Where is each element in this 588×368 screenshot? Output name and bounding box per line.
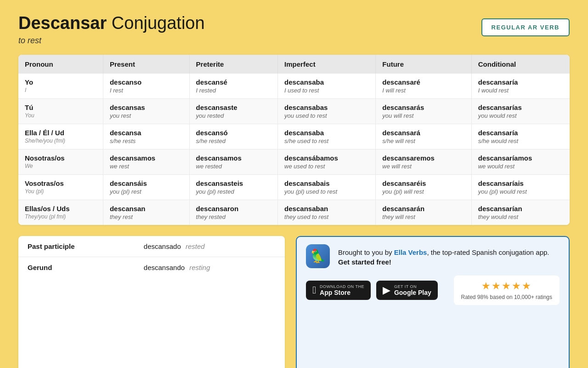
- pronoun-cell: Ellas/os / UdsThey/you (pl fml): [18, 200, 103, 225]
- page-title: Descansar Conjugation: [18, 14, 205, 33]
- conjugation-cell: descansábamoswe used to rest: [278, 149, 376, 174]
- promo-text: Brought to you by Ella Verbs, the top-ra…: [338, 247, 560, 267]
- conjugation-cell: descansaréisyou (pl) will rest: [376, 174, 471, 200]
- col-preterite: Preterite: [189, 55, 278, 74]
- table-row: TúYoudescansasyou restdescansasteyou res…: [18, 98, 570, 124]
- table-row: Ellas/os / UdsThey/you (pl fml)descansan…: [18, 200, 570, 225]
- pronoun-cell: TúYou: [18, 98, 103, 124]
- google-play-button[interactable]: ▶ GET IT ON Google Play: [376, 281, 438, 300]
- conjugation-cell: descansaríaI would rest: [471, 74, 570, 99]
- verb-name: Descansar: [18, 13, 107, 33]
- apple-icon: : [312, 284, 316, 296]
- ella-verbs-logo: 🦜: [306, 244, 332, 270]
- header: Descansar Conjugation to rest REGULAR AR…: [18, 14, 570, 46]
- conjugation-cell: descansarásyou will rest: [376, 98, 471, 124]
- conjugation-cell: descansas/he rests: [103, 124, 189, 149]
- past-participle-label: Past participle: [18, 236, 135, 257]
- col-conditional: Conditional: [471, 55, 570, 74]
- conjugation-cell: descansarías/he would rest: [471, 124, 570, 149]
- conjugation-cell: descansarás/he will rest: [376, 124, 471, 149]
- col-present: Present: [103, 55, 189, 74]
- pronoun-cell: Nosotras/osWe: [18, 149, 103, 174]
- app-store-label-bottom: App Store: [320, 289, 364, 296]
- google-play-text: GET IT ON Google Play: [394, 284, 431, 296]
- table-row: Vosotras/osYou (pl)descansáisyou (pl) re…: [18, 174, 570, 200]
- conjugation-cell: descansanthey rest: [103, 200, 189, 225]
- app-store-text: Download on the App Store: [320, 284, 364, 296]
- conjugation-cell: descansasteyou rested: [189, 98, 278, 124]
- conjugation-cell: descansabasyou used to rest: [278, 98, 376, 124]
- conjugation-cell: descansós/he rested: [189, 124, 278, 149]
- conjugation-cell: descansabanthey used to rest: [278, 200, 376, 225]
- page-title-rest: Conjugation: [107, 13, 204, 33]
- pronoun-cell: YoI: [18, 74, 103, 99]
- conjugation-cell: descansaronthey rested: [189, 200, 278, 225]
- col-imperfect: Imperfect: [278, 55, 376, 74]
- star-rating: ★★★★★: [481, 280, 532, 292]
- past-participle-row: Past participle descansado rested: [18, 236, 285, 257]
- rating-box: ★★★★★ Rated 98% based on 10,000+ ratings: [454, 276, 560, 305]
- conjugation-cell: descansabaI used to rest: [278, 74, 376, 99]
- rating-text: Rated 98% based on 10,000+ ratings: [461, 294, 552, 300]
- table-row: Nosotras/osWedescansamoswe restdescansam…: [18, 149, 570, 174]
- ella-verbs-brand-link[interactable]: Ella Verbs: [394, 248, 427, 256]
- conjugation-cell: descansasyou rest: [103, 98, 189, 124]
- app-store-button[interactable]:  Download on the App Store: [306, 281, 371, 300]
- conjugation-cell: descansaríasyou would rest: [471, 98, 570, 124]
- pronoun-cell: Ella / Él / UdShe/he/you (fml): [18, 124, 103, 149]
- promo-buttons:  Download on the App Store ▶ GET IT ON …: [306, 276, 560, 305]
- conjugation-table: Pronoun Present Preterite Imperfect Futu…: [18, 55, 570, 225]
- table-header-row: Pronoun Present Preterite Imperfect Futu…: [18, 55, 570, 74]
- verb-translation: to rest: [18, 36, 205, 46]
- pronoun-cell: Vosotras/osYou (pl): [18, 174, 103, 200]
- conjugation-cell: descansaríanthey would rest: [471, 200, 570, 225]
- gerund-label: Gerund: [18, 257, 135, 278]
- google-play-icon: ▶: [383, 284, 390, 296]
- page-container: Descansar Conjugation to rest REGULAR AR…: [18, 14, 570, 368]
- app-store-label-top: Download on the: [320, 284, 364, 289]
- col-pronoun: Pronoun: [18, 55, 103, 74]
- google-play-label-top: GET IT ON: [394, 284, 431, 289]
- title-block: Descansar Conjugation to rest: [18, 14, 205, 46]
- table-row: Ella / Él / UdShe/he/you (fml)descansas/…: [18, 124, 570, 149]
- conjugation-cell: descansabaisyou (pl) used to rest: [278, 174, 376, 200]
- conjugation-cell: descansasteisyou (pl) rested: [189, 174, 278, 200]
- conjugation-cell: descanséI rested: [189, 74, 278, 99]
- conjugation-cell: descansoI rest: [103, 74, 189, 99]
- conjugation-cell: descansaránthey will rest: [376, 200, 471, 225]
- promo-box: 🦜 Brought to you by Ella Verbs, the top-…: [296, 236, 570, 368]
- conjugation-cell: descansaríamoswe would rest: [471, 149, 570, 174]
- conjugation-cell: descansaréI will rest: [376, 74, 471, 99]
- bottom-section: Past participle descansado rested Gerund…: [18, 236, 570, 368]
- extras-table: Past participle descansado rested Gerund…: [18, 236, 285, 368]
- col-future: Future: [376, 55, 471, 74]
- promo-top: 🦜 Brought to you by Ella Verbs, the top-…: [306, 244, 560, 270]
- past-participle-value: descansado rested: [135, 236, 285, 257]
- conjugation-cell: descansaremoswe will rest: [376, 149, 471, 174]
- conjugation-cell: descansaríaisyou (pl) would rest: [471, 174, 570, 200]
- extras-section: Past participle descansado rested Gerund…: [18, 236, 285, 368]
- conjugation-cell: descansabas/he used to rest: [278, 124, 376, 149]
- gerund-value: descansando resting: [135, 257, 285, 278]
- conjugation-cell: descansamoswe rest: [103, 149, 189, 174]
- conjugation-cell: descansáisyou (pl) rest: [103, 174, 189, 200]
- table-row: YoIdescansoI restdescanséI resteddescans…: [18, 74, 570, 99]
- google-play-label-bottom: Google Play: [394, 289, 431, 296]
- verb-type-badge[interactable]: REGULAR AR VERB: [481, 18, 570, 36]
- gerund-row: Gerund descansando resting: [18, 257, 285, 278]
- conjugation-cell: descansamoswe rested: [189, 149, 278, 174]
